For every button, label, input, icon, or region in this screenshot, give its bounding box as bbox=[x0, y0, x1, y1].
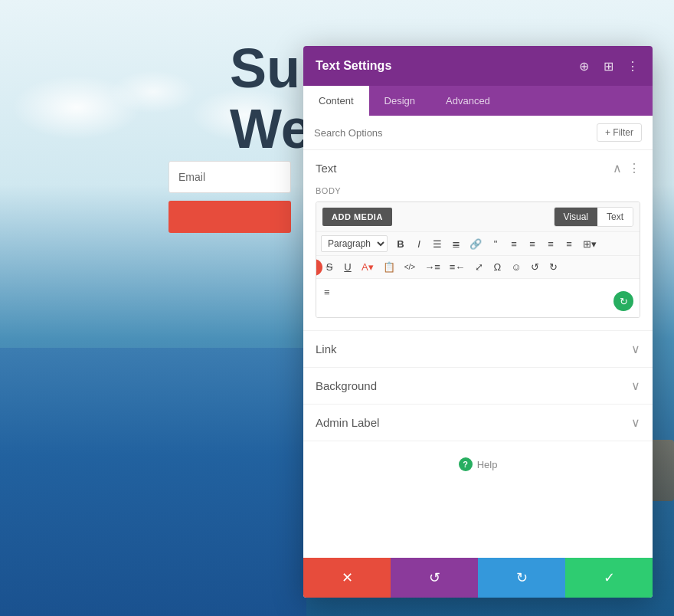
align-center-button[interactable]: ≡ bbox=[524, 236, 541, 252]
numbered-list-button[interactable]: ≣ bbox=[447, 236, 464, 252]
text-section-controls: ∧ ⋮ bbox=[613, 161, 640, 175]
text-settings-panel: Text Settings ⊕ ⊞ ⋮ Content Design Advan… bbox=[303, 46, 653, 598]
grid-icon[interactable]: ⊞ bbox=[600, 58, 616, 74]
hero-button bbox=[168, 201, 291, 233]
admin-label-section: Admin Label ∨ bbox=[303, 405, 653, 441]
water bbox=[0, 348, 306, 616]
special-char-button[interactable]: Ω bbox=[489, 259, 506, 275]
background-section-header[interactable]: Background ∨ bbox=[303, 368, 653, 404]
editor-line: ≡ bbox=[324, 287, 632, 298]
link-chevron-down-icon[interactable]: ∨ bbox=[631, 342, 640, 356]
cancel-button[interactable]: ✕ bbox=[303, 558, 391, 598]
editor-top-bar: ADD MEDIA Visual Text bbox=[316, 202, 640, 232]
text-section-content: Body ADD MEDIA Visual Text Paragraph bbox=[303, 186, 653, 330]
text-color-button[interactable]: A▾ bbox=[358, 259, 378, 275]
text-section-header[interactable]: Text ∧ ⋮ bbox=[303, 150, 653, 186]
outdent-button[interactable]: ≡← bbox=[446, 259, 470, 275]
panel-body: Text ∧ ⋮ Body ADD MEDIA Visual Text bbox=[303, 150, 653, 558]
help-area: ? Help bbox=[303, 441, 653, 487]
italic-button[interactable]: I bbox=[411, 236, 427, 252]
undo-toolbar-button[interactable]: ↺ bbox=[527, 259, 544, 275]
view-toggle: Visual Text bbox=[554, 207, 633, 227]
align-left-button[interactable]: ≡ bbox=[506, 236, 522, 252]
view-text-button[interactable]: Text bbox=[597, 208, 633, 226]
fullscreen-button[interactable]: ⤢ bbox=[470, 259, 487, 275]
toolbar-row-1: Paragraph B I ☰ ≣ 🔗 " ≡ ≡ ≡ ≡ ⊞▾ bbox=[316, 232, 640, 256]
editor-refresh-icon[interactable]: ↻ bbox=[613, 291, 633, 311]
background-section-title: Background bbox=[316, 379, 377, 392]
help-icon: ? bbox=[459, 457, 473, 471]
body-label: Body bbox=[316, 186, 640, 195]
text-more-icon[interactable]: ⋮ bbox=[628, 161, 640, 175]
panel-tabs: Content Design Advanced bbox=[303, 86, 653, 116]
background-chevron-down-icon[interactable]: ∨ bbox=[631, 378, 640, 393]
strikethrough-button[interactable]: S bbox=[321, 259, 338, 275]
bold-button[interactable]: B bbox=[392, 236, 409, 252]
tab-content[interactable]: Content bbox=[303, 86, 369, 116]
search-bar: + Filter bbox=[303, 116, 653, 150]
link-section: Link ∨ bbox=[303, 331, 653, 368]
link-button[interactable]: 🔗 bbox=[466, 236, 486, 252]
editor-wrapper: ADD MEDIA Visual Text Paragraph B I bbox=[316, 202, 640, 318]
admin-label-chevron-down-icon[interactable]: ∨ bbox=[631, 415, 640, 430]
header-icons: ⊕ ⊞ ⋮ bbox=[576, 58, 640, 74]
emoji-button[interactable]: ☺ bbox=[507, 259, 525, 275]
search-input[interactable] bbox=[314, 127, 591, 139]
tab-design[interactable]: Design bbox=[369, 86, 430, 116]
email-display: Email bbox=[168, 161, 291, 193]
undo-button[interactable]: ↺ bbox=[391, 558, 478, 598]
admin-label-section-header[interactable]: Admin Label ∨ bbox=[303, 405, 653, 441]
paste-code-button[interactable]: </> bbox=[401, 260, 419, 274]
editor-content[interactable]: ≡ ↻ bbox=[316, 279, 640, 317]
panel-footer: ✕ ↺ ↻ ✓ bbox=[303, 558, 653, 598]
paragraph-select[interactable]: Paragraph bbox=[321, 235, 388, 252]
align-right-button[interactable]: ≡ bbox=[542, 236, 559, 252]
link-section-title: Link bbox=[316, 342, 337, 356]
panel-header: Text Settings ⊕ ⊞ ⋮ bbox=[303, 46, 653, 86]
justify-button[interactable]: ≡ bbox=[561, 236, 577, 252]
bullet-list-button[interactable]: ☰ bbox=[429, 236, 446, 252]
tab-advanced[interactable]: Advanced bbox=[430, 86, 506, 116]
add-media-button[interactable]: ADD MEDIA bbox=[322, 208, 392, 226]
blockquote-button[interactable]: " bbox=[487, 236, 504, 252]
admin-label-section-title: Admin Label bbox=[316, 416, 379, 429]
redo-toolbar-button[interactable]: ↻ bbox=[545, 259, 562, 275]
help-link[interactable]: ? Help bbox=[459, 457, 498, 471]
panel-title: Text Settings bbox=[316, 59, 391, 73]
background-section: Background ∨ bbox=[303, 368, 653, 405]
toolbar-row-2: 1 S U A▾ 📋 </> →≡ ≡← ⤢ Ω ☺ ↺ ↻ bbox=[316, 256, 640, 279]
filter-button[interactable]: + Filter bbox=[597, 123, 642, 142]
target-icon[interactable]: ⊕ bbox=[576, 58, 591, 74]
hero-form: Email bbox=[168, 161, 291, 233]
redo-button[interactable]: ↻ bbox=[478, 558, 565, 598]
help-label: Help bbox=[477, 459, 498, 470]
link-section-header[interactable]: Link ∨ bbox=[303, 331, 653, 367]
hero-text: Su We bbox=[230, 38, 312, 159]
more-icon[interactable]: ⋮ bbox=[625, 58, 640, 74]
paste-plain-button[interactable]: 📋 bbox=[379, 259, 399, 275]
text-chevron-up-icon[interactable]: ∧ bbox=[613, 161, 622, 175]
save-button[interactable]: ✓ bbox=[565, 558, 653, 598]
table-button[interactable]: ⊞▾ bbox=[579, 236, 600, 252]
text-section-title: Text bbox=[316, 162, 337, 175]
indent-button[interactable]: →≡ bbox=[420, 259, 444, 275]
text-section: Text ∧ ⋮ Body ADD MEDIA Visual Text bbox=[303, 150, 653, 331]
view-visual-button[interactable]: Visual bbox=[555, 208, 597, 226]
underline-button[interactable]: U bbox=[339, 259, 356, 275]
